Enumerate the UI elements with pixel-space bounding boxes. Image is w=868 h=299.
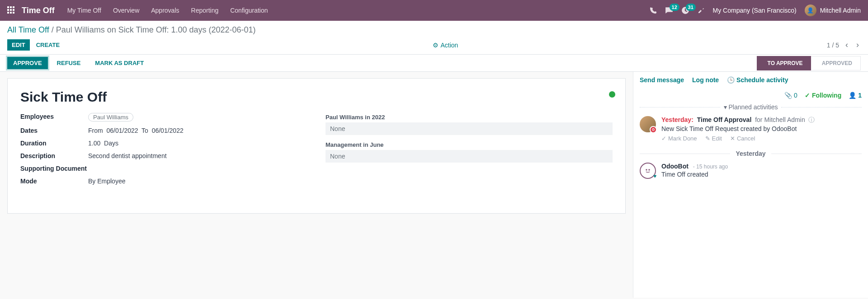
activities-icon[interactable]: 31 — [681, 6, 689, 14]
caret-down-icon: ▾ — [724, 103, 727, 111]
label-description: Description — [20, 152, 88, 159]
edit-button[interactable]: EDIT — [7, 39, 30, 51]
breadcrumb-sep: / — [52, 25, 56, 34]
activity-due: Yesterday: — [661, 116, 693, 123]
activity-title: Time Off Approval — [697, 116, 752, 123]
label-supporting: Supporting Document — [20, 165, 88, 172]
followers-button[interactable]: 👤 1 — [849, 92, 862, 99]
activity-type-icon: ⚙ — [650, 126, 657, 133]
attachments-button[interactable]: 📎 0 — [784, 92, 797, 99]
status-stages: TO APPROVE APPROVED — [757, 55, 861, 71]
cancel-activity-button[interactable]: ✕Cancel — [730, 135, 755, 142]
pager: 1 / 5 ‹ › — [827, 40, 861, 50]
check-icon: ✓ — [661, 135, 666, 142]
activity-summary: New Sick Time Off Request created by Odo… — [661, 125, 815, 132]
label-mode: Mode — [20, 178, 88, 185]
breadcrumb: All Time Off / Paul Williams on Sick Tim… — [7, 25, 861, 35]
label-employees: Employees — [20, 113, 88, 121]
presence-dot-icon — [609, 91, 615, 98]
panel2-label: Management in June — [326, 141, 613, 148]
action-dropdown[interactable]: ⚙ Action — [433, 42, 458, 49]
label-dates: Dates — [20, 127, 88, 134]
chatter: Send message Log note 🕒 Schedule activit… — [633, 72, 868, 298]
activity-for: for Mitchell Admin ⓘ — [755, 116, 815, 123]
duration-number: 1.00 — [88, 140, 100, 147]
mark-done-label: Mark Done — [668, 135, 697, 142]
company-switcher[interactable]: My Company (San Francisco) — [713, 7, 797, 14]
log-note-button[interactable]: Log note — [692, 76, 719, 84]
pager-counter[interactable]: 1 / 5 — [827, 42, 839, 49]
refuse-button[interactable]: REFUSE — [52, 57, 86, 69]
nav-right: 12 31 My Company (San Francisco) 👤 Mitch… — [650, 5, 861, 16]
activities-badge: 31 — [686, 4, 696, 11]
paperclip-icon: 📎 — [784, 92, 792, 99]
message-time: - 15 hours ago — [693, 164, 728, 170]
form-sheet: Sick Time Off Employees Paul Williams Da… — [7, 78, 626, 214]
stage-to-approve[interactable]: TO APPROVE — [757, 56, 811, 70]
nav-my-time-off[interactable]: My Time Off — [67, 7, 101, 14]
following-label: Following — [812, 92, 841, 99]
messages-icon[interactable]: 12 — [665, 6, 673, 14]
value-mode: By Employee — [88, 178, 125, 185]
mark-as-draft-button[interactable]: MARK AS DRAFT — [90, 57, 149, 69]
dates-to-label: To — [142, 127, 148, 134]
message-date-separator: Yesterday — [640, 150, 862, 157]
panel2-value: None — [326, 150, 613, 163]
debug-icon[interactable] — [698, 7, 705, 14]
activity-for-user: Mitchell Admin — [764, 116, 805, 123]
form-right-col: Paul Williams in 2022 None Management in… — [326, 113, 613, 190]
gear-icon: ⚙ — [433, 42, 439, 49]
panel1-label: Paul Williams in 2022 — [326, 114, 613, 121]
breadcrumb-root[interactable]: All Time Off — [7, 25, 49, 34]
apps-icon[interactable] — [7, 6, 15, 14]
phone-icon[interactable] — [650, 7, 657, 14]
edit-activity-label: Edit — [712, 135, 722, 142]
nav-reporting[interactable]: Reporting — [191, 7, 219, 14]
info-icon[interactable]: ⓘ — [808, 116, 815, 123]
activity-for-label: for — [755, 116, 762, 123]
action-label: Action — [440, 42, 458, 49]
create-button[interactable]: CREATE — [32, 39, 64, 51]
heart-icon: ♥ — [653, 173, 656, 179]
chatter-toolbar: Send message Log note 🕒 Schedule activit… — [640, 76, 862, 99]
following-button[interactable]: ✓ Following — [805, 92, 841, 99]
mark-done-button[interactable]: ✓Mark Done — [661, 135, 697, 142]
app-brand[interactable]: Time Off — [22, 6, 55, 15]
message-text: Time Off created — [661, 171, 728, 178]
dates-from-value: 06/01/2022 — [106, 127, 138, 134]
svg-point-0 — [646, 169, 647, 170]
bot-avatar-icon: ♥ — [640, 163, 656, 179]
nav-configuration[interactable]: Configuration — [230, 7, 268, 14]
form-wrap: Sick Time Off Employees Paul Williams Da… — [0, 72, 633, 298]
edit-activity-button[interactable]: ✎Edit — [705, 135, 722, 142]
stage-approved[interactable]: APPROVED — [811, 56, 861, 70]
message-item: ♥ OdooBot - 15 hours ago Time Off create… — [640, 163, 862, 179]
messages-badge: 12 — [670, 4, 679, 11]
dates-from-label: From — [88, 127, 103, 134]
value-description: Second dentist appointment — [88, 152, 167, 159]
user-menu[interactable]: 👤 Mitchell Admin — [805, 5, 861, 16]
schedule-activity-button[interactable]: 🕒 Schedule activity — [727, 76, 788, 84]
approve-button[interactable]: APPROVE — [7, 57, 48, 69]
nav-overview[interactable]: Overview — [113, 7, 139, 14]
form-left-col: Employees Paul Williams Dates From 06/01… — [20, 113, 307, 190]
top-nav: Time Off My Time Off Overview Approvals … — [0, 0, 868, 21]
pager-next-icon[interactable]: › — [854, 40, 861, 50]
message-date-label: Yesterday — [730, 150, 771, 157]
user-avatar-icon: 👤 — [805, 5, 816, 16]
nav-approvals[interactable]: Approvals — [151, 7, 179, 14]
check-icon: ✓ — [805, 92, 810, 99]
send-message-button[interactable]: Send message — [640, 76, 684, 84]
record-title: Sick Time Off — [20, 89, 613, 105]
planned-activities-header[interactable]: ▾Planned activities — [640, 103, 862, 111]
message-author[interactable]: OdooBot — [661, 163, 689, 170]
control-panel: All Time Off / Paul Williams on Sick Tim… — [0, 21, 868, 55]
attach-count: 0 — [794, 92, 797, 99]
employee-tag[interactable]: Paul Williams — [88, 113, 133, 121]
cancel-activity-label: Cancel — [737, 135, 755, 142]
breadcrumb-current: Paul Williams on Sick Time Off: 1.00 day… — [56, 25, 256, 34]
person-icon: 👤 — [849, 92, 856, 99]
pager-prev-icon[interactable]: ‹ — [844, 40, 850, 50]
svg-point-1 — [649, 169, 650, 170]
panel1-value: None — [326, 122, 613, 135]
